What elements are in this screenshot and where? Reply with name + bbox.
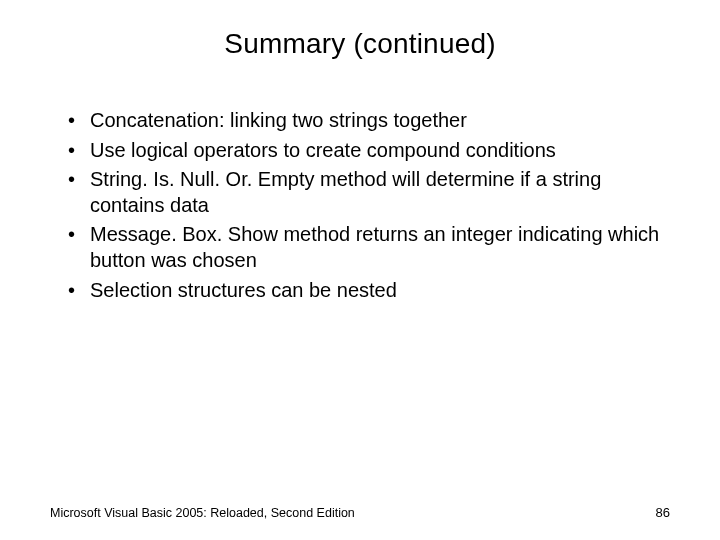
slide-footer: Microsoft Visual Basic 2005: Reloaded, S… (50, 505, 670, 520)
bullet-list: Concatenation: linking two strings toget… (50, 108, 670, 303)
footer-source: Microsoft Visual Basic 2005: Reloaded, S… (50, 506, 355, 520)
list-item: Message. Box. Show method returns an int… (68, 222, 670, 273)
list-item: Use logical operators to create compound… (68, 138, 670, 164)
list-item: Selection structures can be nested (68, 278, 670, 304)
slide-title: Summary (continued) (50, 28, 670, 60)
slide-container: Summary (continued) Concatenation: linki… (0, 0, 720, 540)
list-item: String. Is. Null. Or. Empty method will … (68, 167, 670, 218)
list-item: Concatenation: linking two strings toget… (68, 108, 670, 134)
footer-page-number: 86 (656, 505, 670, 520)
